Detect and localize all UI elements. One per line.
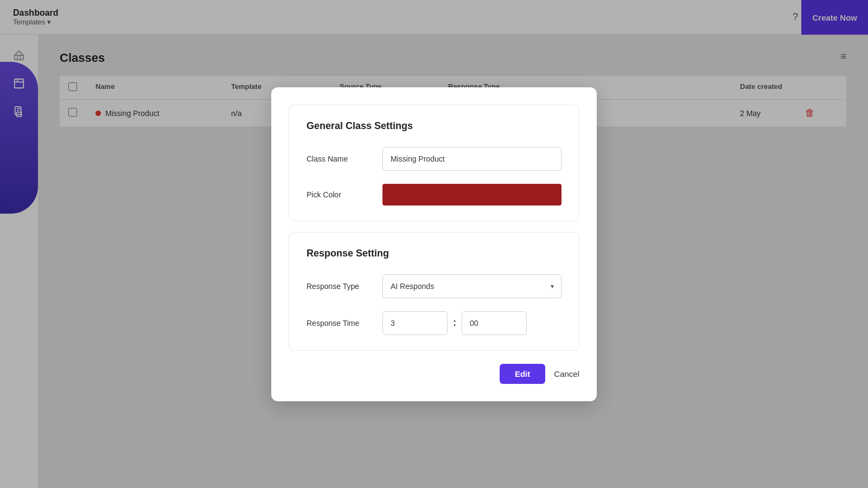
time-inputs: :	[382, 311, 527, 335]
modal-overlay: General Class Settings Class Name Pick C…	[0, 0, 868, 488]
time-colon-separator: :	[453, 317, 456, 329]
response-time-hours-input[interactable]	[382, 311, 448, 335]
class-name-row: Class Name	[307, 147, 561, 171]
response-type-select[interactable]: AI Responds Human Responds No Response	[382, 274, 561, 298]
response-time-label: Response Time	[307, 319, 372, 328]
pick-color-label: Pick Color	[307, 190, 372, 199]
general-settings-title: General Class Settings	[307, 120, 561, 132]
response-time-minutes-input[interactable]	[462, 311, 527, 335]
response-settings-card: Response Setting Response Type AI Respon…	[289, 232, 579, 351]
modal-dialog: General Class Settings Class Name Pick C…	[271, 87, 597, 401]
class-name-input[interactable]	[382, 147, 561, 171]
cancel-button[interactable]: Cancel	[554, 369, 579, 378]
general-settings-card: General Class Settings Class Name Pick C…	[289, 105, 579, 221]
response-time-row: Response Time :	[307, 311, 561, 335]
pick-color-row: Pick Color	[307, 184, 561, 206]
modal-footer: Edit Cancel	[289, 362, 579, 384]
class-name-label: Class Name	[307, 155, 372, 163]
response-type-label: Response Type	[307, 282, 372, 291]
edit-button[interactable]: Edit	[500, 364, 545, 384]
response-type-select-wrap: AI Responds Human Responds No Response ▾	[382, 274, 561, 298]
response-type-row: Response Type AI Responds Human Responds…	[307, 274, 561, 298]
response-settings-title: Response Setting	[307, 248, 561, 259]
color-picker[interactable]	[382, 184, 561, 206]
